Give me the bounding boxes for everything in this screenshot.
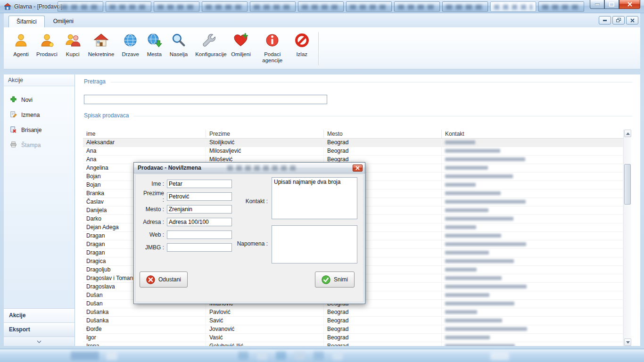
action-izmena[interactable]: Izmena (10, 111, 74, 119)
desktop-taskbar[interactable] (0, 349, 644, 362)
table-row[interactable]: Igor Vasić Beograd (83, 334, 623, 342)
cell-prezime: Milosavljević (206, 147, 324, 155)
taskbar-blob (71, 352, 99, 360)
tab-omiljeni[interactable]: Omiljeni (46, 16, 81, 27)
cancel-button[interactable]: Odustani (140, 272, 188, 288)
mesto-label: Mesto : (140, 206, 164, 213)
cell-prezime: Golubović-Ilić (206, 342, 324, 346)
prezime-field[interactable] (167, 192, 232, 201)
scroll-up-arrow[interactable] (624, 130, 631, 137)
titlebar-ghost-tab[interactable] (394, 1, 440, 12)
column-header-mesto[interactable]: Mesto (324, 130, 442, 138)
cell-mesto: Beograd (324, 334, 442, 342)
column-header-prezime[interactable]: Prezime (206, 130, 324, 138)
minimize-button[interactable] (590, 0, 604, 9)
titlebar-ghost-tab[interactable] (154, 1, 199, 12)
table-row[interactable]: Đorđe Jovanović Beograd (83, 325, 623, 334)
mesto-field[interactable] (167, 205, 232, 214)
ribbon-item-izlaz[interactable]: Izlaz (290, 31, 314, 59)
scrollbar-thumb[interactable] (624, 164, 631, 205)
ribbon-item-agenti[interactable]: Agenti (9, 31, 33, 59)
mdi-minimize-button[interactable] (599, 16, 611, 25)
ime-field[interactable] (167, 180, 232, 188)
blurred-tab-text (494, 5, 532, 9)
mdi-close-button[interactable] (626, 16, 638, 25)
cell-kontakt (442, 223, 623, 231)
kontakt-textarea[interactable]: Upisati najmanje dva broja (272, 177, 357, 219)
ribbon-item-drzave[interactable]: Drzave (118, 31, 142, 59)
action-brisanje[interactable]: Brisanje (10, 126, 74, 134)
close-button[interactable] (619, 0, 640, 9)
table-row[interactable]: Dušanka Savić Beograd (83, 317, 623, 325)
save-button[interactable]: Snimi (315, 272, 355, 288)
titlebar-ghost-tab[interactable] (490, 1, 536, 12)
blurred-tab-text (109, 5, 148, 9)
titlebar-ghost-tab[interactable] (442, 1, 488, 12)
app-window: Glavna - [Prodavci] Šifarnici Omiljeni (0, 0, 644, 362)
vertical-scrollbar[interactable] (623, 130, 631, 346)
mdi-restore-button[interactable] (612, 16, 625, 25)
table-row[interactable]: Dušanka Pavlović Beograd (83, 308, 623, 317)
agents-person-icon (13, 33, 29, 50)
panel-eksport[interactable]: Eksport (4, 322, 74, 337)
napomena-textarea[interactable] (272, 225, 357, 263)
dialog-close-button[interactable] (353, 165, 363, 172)
napomena-label: Napomena : (227, 240, 268, 247)
dialog-titlebar: Prodavac - Novi/Izmena (134, 163, 365, 173)
table-row[interactable]: Aleksandar Stoiljković Beograd (83, 139, 623, 147)
dialog-title: Prodavac - Novi/Izmena (138, 165, 201, 171)
cell-kontakt (442, 334, 623, 342)
prezime-label: Prezime : (140, 190, 164, 203)
column-header-ime[interactable]: ime (83, 130, 206, 138)
no-entry-icon (294, 33, 310, 50)
action-novi[interactable]: Novi (10, 96, 74, 104)
titlebar-ghost-tab[interactable] (250, 1, 296, 12)
cell-prezime: Pavlović (206, 308, 324, 316)
scroll-down-arrow[interactable] (624, 338, 631, 346)
titlebar-ghost-tab[interactable] (202, 1, 248, 12)
cell-kontakt (442, 266, 623, 274)
seller-person-icon (39, 33, 55, 50)
adresa-field[interactable] (167, 218, 232, 226)
cell-ime: Dušanka (83, 317, 206, 325)
prodavac-dialog: Prodavac - Novi/Izmena Ime : Prezime : M… (133, 162, 365, 304)
heart-plus-icon (233, 33, 248, 50)
blurred-tab-text (398, 5, 436, 9)
app-icon (4, 3, 11, 10)
wrench-icon (202, 33, 217, 50)
ribbon-item-kupci[interactable]: Kupci (61, 31, 84, 59)
action-stampa[interactable]: Štampa (10, 141, 74, 149)
cell-ime: Ana (83, 147, 206, 155)
ribbon-item-konfiguracije[interactable]: Konfiguracije (191, 31, 227, 59)
plus-icon (10, 96, 17, 104)
titlebar-ghost-tab[interactable] (346, 1, 392, 12)
ribbon-item-prodavci[interactable]: Prodavci (33, 31, 61, 59)
taskbar-blob (276, 352, 286, 360)
field-row-jmbg: JMBG : (140, 243, 232, 252)
ribbon-item-mesta[interactable]: Mesta (143, 31, 166, 59)
field-row-adresa: Adresa : (140, 217, 232, 226)
ribbon-item-naselja[interactable]: Naselja (166, 31, 191, 59)
printer-icon (10, 141, 17, 149)
ribbon-item-podaci-agencije[interactable]: Podaci agencije (255, 31, 290, 66)
table-row[interactable]: Ana Milosavljević Beograd (83, 147, 623, 156)
column-header-kontakt[interactable]: Kontakt (442, 130, 623, 138)
web-field[interactable] (167, 230, 232, 239)
maximize-button[interactable] (604, 0, 619, 9)
jmbg-field[interactable] (167, 243, 232, 252)
blurred-tab-text (157, 5, 196, 9)
cancel-icon (146, 275, 155, 284)
titlebar-ghost-tab[interactable] (538, 1, 584, 12)
panel-akcije[interactable]: Akcije (4, 308, 74, 322)
titlebar-ghost-tab[interactable] (58, 1, 103, 12)
table-row[interactable]: Irena Golubović-Ilić Beograd (83, 342, 623, 346)
cell-ime: Đorđe (83, 325, 206, 333)
search-input[interactable] (84, 95, 327, 104)
ribbon-item-omiljeni[interactable]: Omiljeni (227, 31, 255, 59)
chevron-down-icon[interactable] (4, 337, 74, 346)
tab-sifarnici[interactable]: Šifarnici (8, 16, 45, 27)
titlebar-ghost-tab[interactable] (298, 1, 344, 12)
cell-ime: Igor (83, 334, 206, 342)
ribbon-item-nekretnine[interactable]: Nekretnine (84, 31, 118, 59)
titlebar-ghost-tab[interactable] (106, 1, 151, 12)
